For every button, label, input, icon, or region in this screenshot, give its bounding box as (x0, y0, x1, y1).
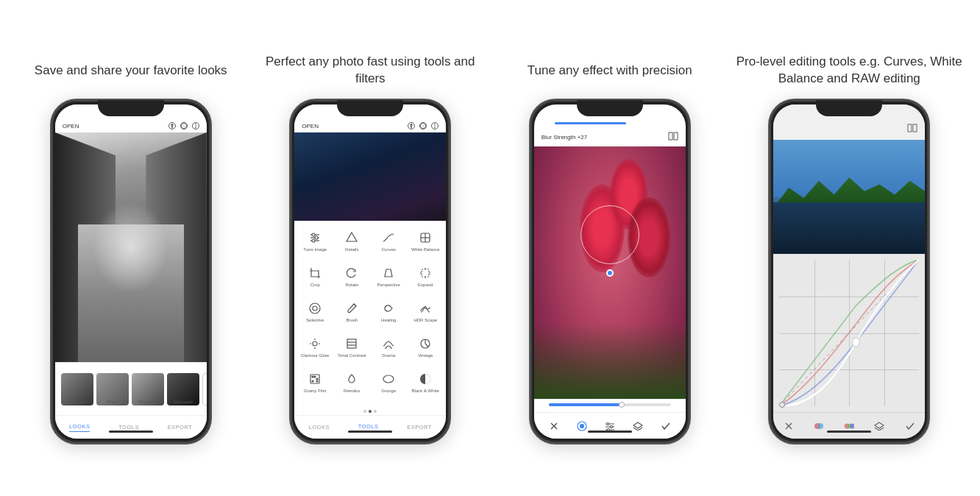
screenshot-card-1: Save and share your favorite looks OPEN … (18, 52, 244, 444)
phone-screen-3: Blur Strength +27 (534, 104, 686, 439)
home-indicator-1 (109, 431, 153, 433)
caption-1: Save and share your favorite looks (35, 52, 227, 90)
svg-point-3 (195, 125, 196, 127)
look-label-fineart: Fine Art (61, 400, 93, 404)
svg-point-63 (853, 338, 860, 347)
tools-grid: Tune Image Details Curves (294, 221, 446, 408)
tonal-icon (344, 336, 360, 352)
tool-rotate[interactable]: Rotate (334, 262, 369, 296)
tool-label-wb: White Balance (411, 247, 440, 252)
nav-looks-2[interactable]: LOOKS (309, 424, 330, 431)
nav-export[interactable]: EXPORT (168, 424, 193, 431)
selective-dot[interactable] (606, 269, 614, 277)
tool-selective[interactable]: Selective (297, 297, 333, 331)
crop-icon (307, 265, 323, 281)
tool-grainy[interactable]: Grainy Film (297, 368, 333, 402)
info-icon-2[interactable]: i (419, 122, 427, 130)
flowers-leaves (534, 323, 686, 399)
home-indicator-3 (588, 431, 632, 433)
look-add-button[interactable]: + (202, 373, 207, 405)
topbar-icons-2: i (408, 122, 438, 130)
tool-label-curves: Curves (382, 247, 396, 252)
tool-label-glamour: Glamour Glow (301, 353, 329, 358)
look-thumb-structure[interactable]: Structure (132, 373, 164, 405)
nav-looks[interactable]: LOOKS (69, 423, 90, 432)
tool-curves[interactable]: Curves (371, 227, 406, 261)
topbar-icons-1: i (168, 122, 199, 130)
info-icon[interactable]: i (180, 122, 188, 130)
hdr-icon (417, 300, 433, 316)
svg-rect-62 (913, 124, 917, 132)
compare-icon[interactable] (668, 130, 678, 144)
look-label-structure: Structure (132, 400, 164, 404)
tool-bw[interactable]: Black & White (408, 368, 443, 402)
dot-1 (363, 410, 366, 413)
tool-label-vintage: Vintage (418, 353, 433, 358)
tool-glamour[interactable]: Glamour Glow (297, 333, 333, 366)
tool-healing[interactable]: Healing (371, 297, 406, 331)
look-thumb-silhouette[interactable]: Silhouette (167, 373, 199, 405)
tool-retrolux[interactable]: Retrolux (334, 368, 369, 402)
tool-vintage[interactable]: Vintage (408, 333, 443, 366)
svg-point-27 (313, 306, 317, 311)
channel-rgb-button[interactable] (812, 419, 826, 433)
tool-label-grainy: Grainy Film (304, 389, 327, 394)
svg-point-15 (312, 239, 315, 242)
nav-tools[interactable]: TOOLS (118, 424, 139, 431)
nav-export-2[interactable]: EXPORT (407, 424, 432, 431)
tool-white-balance[interactable]: White Balance (408, 227, 443, 261)
grainy-icon (307, 371, 323, 387)
cancel-button-4[interactable] (781, 419, 796, 433)
svg-marker-16 (347, 233, 357, 241)
layers-button[interactable] (631, 419, 645, 433)
slider-handle[interactable] (619, 402, 625, 408)
svg-point-29 (313, 341, 317, 346)
tool-tonal[interactable]: Tonal Contrast (334, 333, 369, 366)
phone-notch-3 (577, 100, 643, 116)
look-thumb-push[interactable]: Push (96, 373, 129, 405)
cancel-button-3[interactable] (547, 419, 561, 433)
tool-perspective[interactable]: Perspective (371, 262, 406, 296)
phone-frame-3: Blur Strength +27 (529, 99, 691, 444)
scroll-dots (294, 408, 446, 415)
phone-notch-1 (98, 100, 164, 116)
tool-expand[interactable]: Expand (408, 262, 443, 296)
tool-brush[interactable]: Brush (334, 297, 369, 331)
lake-water (773, 202, 925, 254)
tool-details[interactable]: Details (334, 227, 369, 261)
curves-panel[interactable] (773, 254, 925, 412)
layers-button-4[interactable] (872, 419, 887, 433)
svg-marker-71 (875, 422, 884, 428)
caption-2: Perfect any photo fast using tools and f… (258, 52, 484, 90)
share-icon[interactable] (168, 122, 176, 130)
tool-grunge[interactable]: Grunge (371, 368, 406, 402)
effect-slider[interactable] (549, 403, 671, 406)
selective-mode-button[interactable] (575, 419, 589, 433)
expand-icon (417, 265, 433, 281)
open-label-1: OPEN (63, 123, 79, 130)
tool-hdr[interactable]: HDR Scape (408, 297, 443, 331)
confirm-button-4[interactable] (903, 419, 917, 433)
phone-frame-4 (768, 99, 930, 444)
svg-point-8 (434, 125, 436, 127)
svg-point-4 (195, 127, 196, 129)
svg-point-39 (312, 376, 313, 378)
tool-label-retrolux: Retrolux (344, 389, 360, 394)
svg-rect-34 (347, 339, 356, 348)
menu-icon-2[interactable] (431, 122, 438, 130)
tool-crop[interactable]: Crop (297, 262, 333, 296)
svg-point-9 (434, 127, 436, 129)
tool-label-crop: Crop (310, 283, 320, 288)
photo-flowers (534, 146, 686, 399)
tool-tune-image[interactable]: Tune Image (297, 227, 333, 261)
look-thumb-fineart[interactable]: Fine Art (61, 373, 93, 405)
tool-drama[interactable]: Drama (371, 333, 406, 366)
tool-label-hdr: HDR Scape (413, 318, 437, 323)
menu-icon[interactable] (192, 122, 199, 130)
compare-icon-4[interactable] (907, 122, 917, 135)
screenshot-card-3: Tune any effect with precision Blur Stre… (497, 52, 723, 444)
tool-label-bw: Black & White (412, 389, 439, 394)
selective-icon (307, 300, 323, 316)
confirm-button-3[interactable] (658, 419, 673, 433)
share-icon-2[interactable] (408, 122, 415, 130)
